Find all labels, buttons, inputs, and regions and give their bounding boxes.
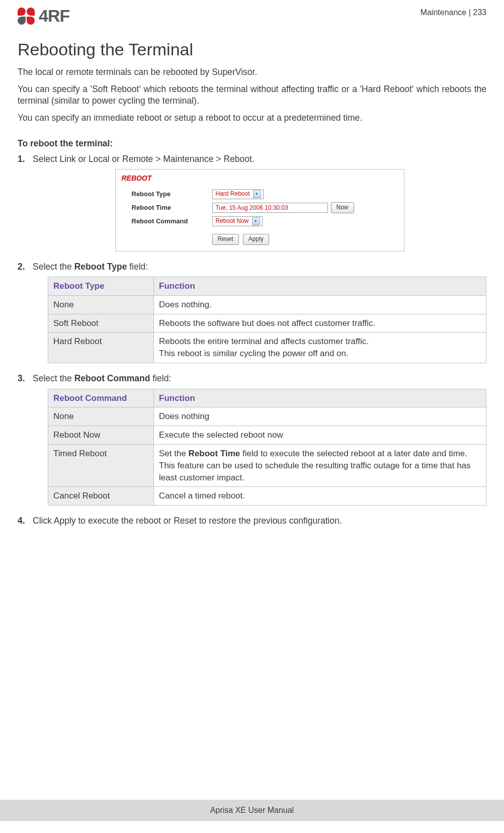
table-row: None Does nothing.	[48, 295, 486, 314]
step-3-bold: Reboot Command	[74, 373, 150, 383]
reboot-command-table: Reboot Command Function None Does nothin…	[48, 389, 486, 506]
header-meta: Maintenance | 233	[421, 6, 486, 17]
t2-r3-c1: Cancel Reboot	[48, 487, 154, 506]
table-row: Soft Reboot Reboots the software but doe…	[48, 314, 486, 332]
step-3: Select the Reboot Command field: Reboot …	[18, 372, 486, 506]
t1-h1: Reboot Type	[48, 277, 154, 296]
step-2-post: field:	[127, 262, 148, 272]
t1-r1-c1: Soft Reboot	[48, 314, 154, 332]
step-1: Select Link or Local or Remote > Mainten…	[18, 153, 486, 252]
table-row: Cancel Reboot Cancel a timed reboot.	[48, 487, 486, 506]
step-3-post: field:	[150, 373, 171, 383]
label-reboot-command: Reboot Command	[132, 217, 212, 226]
label-reboot-time: Reboot Time	[132, 203, 212, 212]
t2-r1-c1: Reboot Now	[48, 426, 154, 445]
select-reboot-type[interactable]: Hard Reboot ▾	[212, 189, 264, 199]
t1-r0-c2: Does nothing.	[154, 295, 486, 314]
table-row: None Does nothing	[48, 407, 486, 426]
step-2-pre: Select the	[33, 262, 74, 272]
row-reboot-time: Reboot Time Now	[116, 201, 404, 215]
section-name: Maintenance	[421, 8, 467, 17]
table-row: Timed Reboot Set the Reboot Time field t…	[48, 444, 486, 486]
t2-r0-c2: Does nothing	[154, 407, 486, 426]
t2-r3-c2: Cancel a timed reboot.	[154, 487, 486, 506]
reboot-panel-screenshot: REBOOT Reboot Type Hard Reboot ▾ Reboot …	[115, 169, 404, 252]
step-4: Click Apply to execute the reboot or Res…	[18, 515, 486, 527]
logo-text: 4RF	[39, 6, 69, 26]
intro-p1: The local or remote terminals can be reb…	[18, 66, 486, 78]
intro-p3: You can specify an immediate reboot or s…	[18, 112, 486, 124]
footer: Aprisa XE User Manual	[0, 800, 504, 821]
apply-button[interactable]: Apply	[243, 234, 269, 245]
panel-title: REBOOT	[116, 170, 404, 188]
chevron-down-icon: ▾	[252, 217, 260, 225]
t2-r2-c1: Timed Reboot	[48, 444, 154, 486]
t2-r1-c2: Execute the selected reboot now	[154, 426, 486, 445]
select-reboot-type-value: Hard Reboot	[216, 190, 250, 198]
chevron-down-icon: ▾	[253, 190, 261, 198]
step-2-bold: Reboot Type	[74, 262, 127, 272]
t2-h1: Reboot Command	[48, 389, 154, 407]
t2-r2-b: Reboot Time	[189, 449, 240, 458]
t1-r0-c1: None	[48, 295, 154, 314]
t1-r1-c2: Reboots the software but does not affect…	[154, 314, 486, 332]
select-reboot-command[interactable]: Reboot Now ▾	[212, 216, 263, 226]
table-row: Hard Reboot Reboots the entire terminal …	[48, 332, 486, 363]
t2-r0-c1: None	[48, 407, 154, 426]
reset-button[interactable]: Reset	[212, 234, 239, 245]
page-title: Rebooting the Terminal	[18, 40, 486, 59]
page-header: 4RF Maintenance | 233	[18, 6, 486, 26]
select-reboot-command-value: Reboot Now	[216, 217, 249, 225]
now-button[interactable]: Now	[331, 202, 354, 213]
table-row: Reboot Now Execute the selected reboot n…	[48, 426, 486, 445]
t2-h2: Function	[154, 389, 486, 407]
header-sep: |	[466, 8, 473, 17]
reboot-type-table: Reboot Type Function None Does nothing. …	[48, 277, 486, 363]
label-reboot-type: Reboot Type	[132, 190, 212, 199]
row-reboot-type: Reboot Type Hard Reboot ▾	[116, 188, 404, 201]
intro-p2: You can specify a 'Soft Reboot' which re…	[18, 84, 486, 107]
t1-r2-c2: Reboots the entire terminal and affects …	[154, 332, 486, 363]
logo: 4RF	[18, 6, 69, 26]
t2-r2-c2: Set the Reboot Time field to execute the…	[154, 444, 486, 486]
input-reboot-time[interactable]	[212, 203, 328, 213]
t1-h2: Function	[154, 277, 486, 296]
t2-r2-pre: Set the	[159, 449, 189, 458]
step-2: Select the Reboot Type field: Reboot Typ…	[18, 261, 486, 363]
t1-r2-c1: Hard Reboot	[48, 332, 154, 363]
procedure-heading: To reboot the terminal:	[18, 138, 486, 149]
step-3-pre: Select the	[33, 373, 74, 383]
logo-mark-icon	[18, 8, 35, 25]
step-1-text: Select Link or Local or Remote > Mainten…	[33, 154, 255, 164]
step-4-text: Click Apply to execute the reboot or Res…	[33, 516, 342, 526]
row-reboot-command: Reboot Command Reboot Now ▾	[116, 215, 404, 228]
page-number: 233	[473, 8, 486, 17]
